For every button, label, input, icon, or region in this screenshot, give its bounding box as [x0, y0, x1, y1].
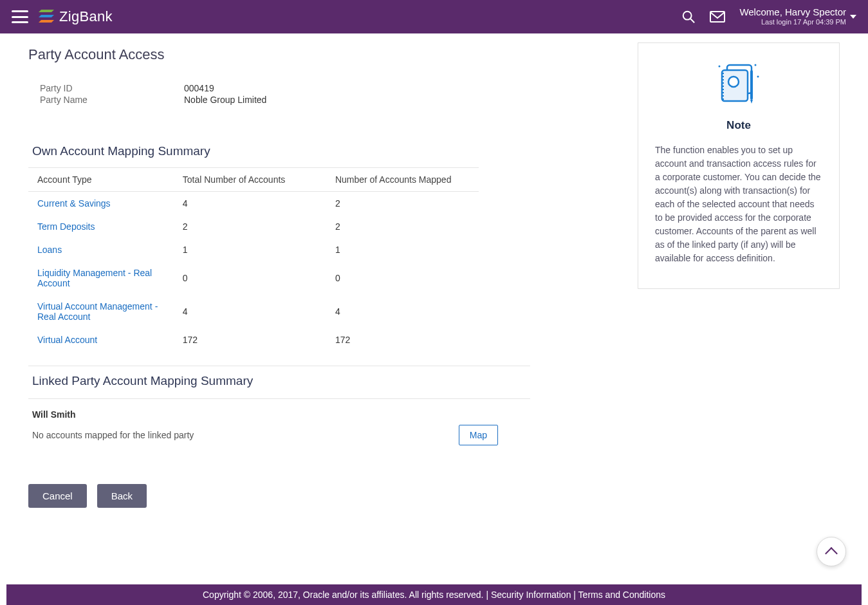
- scroll-to-top-button[interactable]: [817, 537, 846, 566]
- back-button[interactable]: Back: [97, 484, 147, 508]
- mail-icon[interactable]: [710, 11, 725, 23]
- svg-rect-2: [710, 12, 725, 22]
- account-type-link[interactable]: Loans: [37, 245, 62, 255]
- svg-point-6: [728, 77, 739, 87]
- welcome-text: Welcome, Harvy Spector: [739, 6, 846, 18]
- svg-line-1: [690, 19, 694, 23]
- table-row: Loans11: [28, 238, 479, 261]
- page-title: Party Account Access: [28, 46, 607, 63]
- map-button[interactable]: Map: [459, 425, 498, 445]
- party-id-label: Party ID: [40, 83, 184, 93]
- security-info-link[interactable]: Security Information: [491, 590, 571, 600]
- party-info: Party ID 000419 Party Name Noble Group L…: [40, 82, 607, 106]
- notebook-icon: [655, 61, 822, 106]
- mapped-accounts-cell: 2: [326, 192, 479, 216]
- total-accounts-cell: 2: [174, 215, 326, 238]
- svg-marker-8: [750, 100, 753, 104]
- col-total-accounts: Total Number of Accounts: [174, 168, 326, 192]
- col-mapped-accounts: Number of Accounts Mapped: [326, 168, 479, 192]
- menu-icon[interactable]: [12, 10, 28, 23]
- account-type-link[interactable]: Current & Savings: [37, 198, 111, 209]
- account-type-link[interactable]: Liquidity Management - Real Account: [37, 268, 152, 288]
- account-type-link[interactable]: Term Deposits: [37, 221, 95, 232]
- col-account-type: Account Type: [28, 168, 174, 192]
- table-row: Virtual Account172172: [28, 328, 479, 351]
- mapped-accounts-cell: 0: [326, 261, 479, 295]
- table-row: Term Deposits22: [28, 215, 479, 238]
- total-accounts-cell: 0: [174, 261, 326, 295]
- mapped-accounts-cell: 2: [326, 215, 479, 238]
- svg-point-0: [683, 12, 692, 20]
- terms-link[interactable]: Terms and Conditions: [578, 590, 665, 600]
- logo-icon: [37, 10, 55, 24]
- party-name-label: Party Name: [40, 95, 184, 105]
- own-summary-table: Account Type Total Number of Accounts Nu…: [28, 167, 479, 351]
- linked-party-name: Will Smith: [28, 399, 530, 425]
- total-accounts-cell: 172: [174, 328, 326, 351]
- copyright-text: Copyright © 2006, 2017, Oracle and/or it…: [203, 590, 484, 600]
- linked-party-message: No accounts mapped for the linked party: [32, 430, 194, 440]
- note-card: Note The function enables you to set up …: [638, 42, 840, 289]
- total-accounts-cell: 1: [174, 238, 326, 261]
- last-login-text: Last login 17 Apr 04:39 PM: [739, 18, 846, 26]
- search-icon[interactable]: [681, 10, 696, 24]
- svg-point-11: [757, 76, 759, 78]
- cancel-button[interactable]: Cancel: [28, 484, 87, 508]
- party-name-value: Noble Group Limited: [184, 95, 266, 105]
- linked-summary-title: Linked Party Account Mapping Summary: [28, 374, 530, 399]
- table-row: Liquidity Management - Real Account00: [28, 261, 479, 295]
- total-accounts-cell: 4: [174, 192, 326, 216]
- note-text: The function enables you to set up accou…: [655, 144, 822, 265]
- user-menu[interactable]: Welcome, Harvy Spector Last login 17 Apr…: [739, 6, 856, 26]
- chevron-up-icon: [825, 547, 838, 560]
- mapped-accounts-cell: 1: [326, 238, 479, 261]
- mapped-accounts-cell: 172: [326, 328, 479, 351]
- brand-name: ZigBank: [59, 8, 113, 25]
- party-id-value: 000419: [184, 83, 214, 93]
- account-type-link[interactable]: Virtual Account: [37, 335, 97, 345]
- own-summary-title: Own Account Mapping Summary: [32, 144, 607, 158]
- svg-point-9: [719, 66, 721, 68]
- table-row: Virtual Account Management - Real Accoun…: [28, 295, 479, 328]
- note-title: Note: [655, 119, 822, 132]
- chevron-down-icon: [850, 15, 856, 19]
- mapped-accounts-cell: 4: [326, 295, 479, 328]
- table-row: Current & Savings42: [28, 192, 479, 216]
- total-accounts-cell: 4: [174, 295, 326, 328]
- app-header: ZigBank Welcome, Harvy Spector Last logi…: [0, 0, 868, 33]
- footer: Copyright © 2006, 2017, Oracle and/or it…: [6, 584, 862, 605]
- account-type-link[interactable]: Virtual Account Management - Real Accoun…: [37, 301, 158, 322]
- svg-point-10: [755, 64, 757, 66]
- svg-rect-7: [750, 70, 753, 100]
